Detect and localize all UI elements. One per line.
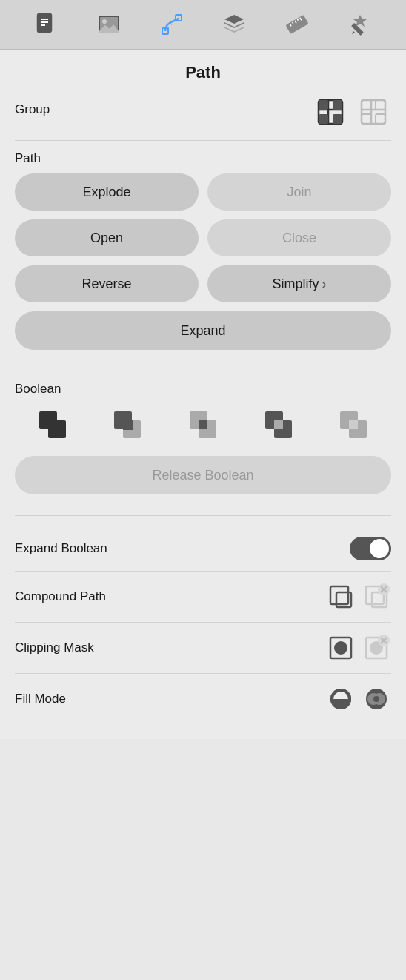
svg-rect-46	[274, 420, 283, 429]
layers-icon[interactable]	[219, 9, 250, 40]
release-clip-button[interactable]	[362, 633, 391, 663]
main-panel: Path Group	[0, 50, 406, 739]
svg-marker-11	[224, 15, 244, 24]
ruler-icon[interactable]	[282, 9, 313, 40]
boolean-difference-button[interactable]	[258, 404, 299, 446]
svg-rect-28	[333, 114, 342, 124]
svg-point-58	[334, 641, 347, 655]
expand-boolean-knob	[370, 539, 389, 558]
svg-rect-35	[376, 114, 385, 124]
expand-boolean-control	[350, 537, 391, 560]
svg-rect-14	[285, 15, 308, 34]
boolean-unite-button[interactable]	[32, 404, 73, 446]
fill-mode-controls	[326, 684, 391, 714]
boolean-icons-row	[15, 404, 391, 446]
svg-rect-27	[319, 114, 328, 124]
clipping-mask-row: Clipping Mask	[15, 623, 391, 674]
compound-path-controls	[326, 582, 391, 612]
svg-point-6	[102, 19, 107, 24]
svg-line-16	[292, 22, 293, 24]
boolean-subtract-button[interactable]	[107, 404, 148, 446]
reverse-button[interactable]: Reverse	[15, 265, 199, 302]
svg-rect-26	[333, 100, 342, 110]
svg-rect-40	[123, 420, 133, 430]
compound-path-row: Compound Path	[15, 572, 391, 623]
toolbar	[0, 0, 406, 50]
simplify-chevron-icon: ›	[322, 277, 327, 292]
path-label: Path	[15, 151, 391, 166]
path-tool-icon[interactable]	[156, 9, 187, 40]
close-button[interactable]: Close	[207, 219, 391, 256]
svg-rect-37	[48, 420, 66, 438]
explode-button[interactable]: Explode	[15, 173, 199, 211]
make-compound-button[interactable]	[326, 582, 356, 612]
svg-rect-32	[362, 100, 371, 110]
release-compound-button[interactable]	[362, 582, 391, 612]
document-icon[interactable]	[30, 9, 61, 40]
svg-line-18	[297, 19, 298, 21]
svg-rect-29	[362, 100, 385, 124]
open-button[interactable]: Open	[15, 219, 199, 256]
reverse-simplify-row: Reverse Simplify ›	[15, 265, 391, 302]
image-icon[interactable]	[93, 9, 124, 40]
group-icons	[313, 94, 391, 130]
svg-rect-43	[199, 420, 207, 429]
fill-nonzero-button[interactable]	[326, 684, 356, 714]
svg-rect-49	[349, 420, 358, 429]
clipping-mask-controls	[326, 633, 391, 663]
fill-evenodd-button[interactable]	[362, 684, 391, 714]
clipping-mask-label: Clipping Mask	[15, 640, 94, 655]
simplify-button[interactable]: Simplify ›	[207, 265, 391, 302]
make-clip-button[interactable]	[326, 633, 356, 663]
explode-join-row: Explode Join	[15, 173, 391, 211]
boolean-label: Boolean	[15, 382, 391, 397]
panel-title: Path	[15, 50, 391, 94]
expand-boolean-toggle[interactable]	[350, 537, 391, 560]
group-solid-button[interactable]	[313, 94, 348, 130]
boolean-intersect-button[interactable]	[182, 404, 224, 446]
boolean-exclude-button[interactable]	[333, 404, 374, 446]
group-outline-button[interactable]	[356, 94, 391, 130]
expand-boolean-label: Expand Boolean	[15, 541, 107, 556]
group-section: Group	[15, 94, 391, 130]
open-close-row: Open Close	[15, 219, 391, 256]
compound-path-label: Compound Path	[15, 589, 106, 604]
fill-mode-row: Fill Mode	[15, 674, 391, 724]
expand-boolean-row: Expand Boolean	[15, 526, 391, 572]
svg-rect-33	[376, 100, 385, 110]
svg-rect-50	[330, 586, 348, 604]
svg-rect-34	[362, 114, 371, 124]
expand-button[interactable]: Expand	[15, 311, 391, 350]
join-button[interactable]: Join	[207, 173, 391, 211]
release-boolean-button[interactable]: Release Boolean	[15, 456, 391, 494]
svg-rect-25	[319, 100, 328, 110]
paint-icon[interactable]	[345, 9, 376, 40]
fill-mode-label: Fill Mode	[15, 692, 66, 706]
group-label: Group	[15, 102, 50, 117]
